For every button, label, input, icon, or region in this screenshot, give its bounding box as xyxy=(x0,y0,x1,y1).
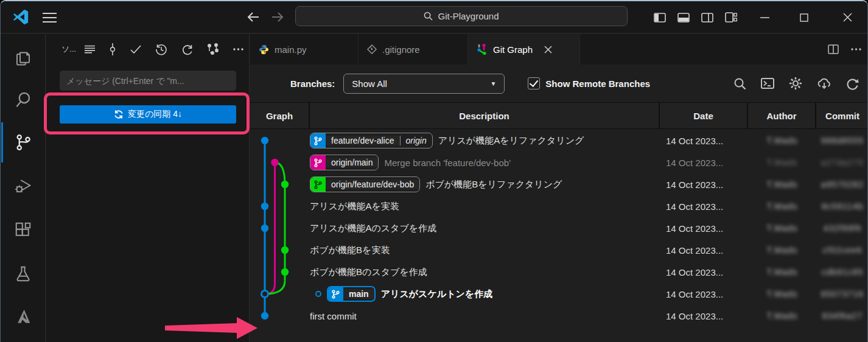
sidebar-header: ソ... xyxy=(46,34,249,65)
branches-dropdown-value: Show All xyxy=(352,79,387,89)
commit-node xyxy=(261,137,268,144)
column-header-description[interactable]: Description xyxy=(310,103,660,128)
terminal-icon[interactable] xyxy=(761,78,774,89)
commit-author-redacted: T.Mads xyxy=(748,289,816,299)
sidebar-item-explorer[interactable] xyxy=(1,40,45,74)
commit-hash-redacted: 432f99f6 xyxy=(816,223,868,233)
main-branch-commit-row[interactable]: mainアリスがスケルトンを作成14 Oct 2023...T.Mads8507… xyxy=(250,283,868,305)
check-icon[interactable] xyxy=(130,45,141,54)
commit-hash-redacted: cf02cee6 xyxy=(816,245,868,255)
customize-layout-icon xyxy=(725,12,737,23)
files-icon xyxy=(14,48,32,66)
refresh-icon[interactable] xyxy=(846,77,859,90)
sidebar-item-testing[interactable] xyxy=(1,257,45,291)
sidebar-item-search[interactable] xyxy=(1,83,45,117)
commit-date: 14 Oct 2023... xyxy=(660,201,748,212)
commit-node-icon[interactable] xyxy=(109,43,116,55)
commit-row[interactable]: アリスが機能Aのスタブを作成14 Oct 2023...T.Mads432f99… xyxy=(250,217,868,239)
commit-node xyxy=(281,181,289,188)
sidebar-item-azure[interactable] xyxy=(1,299,45,333)
column-header-graph[interactable]: Graph xyxy=(250,103,310,128)
commit-description-cell: アリスが機能Aを実装 xyxy=(310,201,660,212)
git-graph-icon[interactable] xyxy=(207,43,219,55)
commit-message: Merge branch 'feature/dev-bob' xyxy=(384,158,511,168)
commit-hash-redacted: a27da270 xyxy=(816,158,868,167)
commit-date: 14 Oct 2023... xyxy=(660,267,748,277)
branch-label-feature-dev-alice[interactable]: feature/dev-aliceorigin xyxy=(310,133,433,148)
tab-label: Git Graph xyxy=(493,44,533,55)
beaker-icon xyxy=(14,265,32,283)
search-icon[interactable] xyxy=(733,77,746,90)
branch-label-origin-main[interactable]: origin/main xyxy=(310,155,379,170)
debug-icon xyxy=(14,177,32,195)
commit-date: 14 Oct 2023... xyxy=(660,289,748,299)
head-commit-node xyxy=(262,291,268,298)
commit-hash-redacted: cdb91c85 xyxy=(816,267,868,277)
column-header-commit[interactable]: Commit xyxy=(816,103,868,128)
tab-gitignore[interactable]: .gitignore xyxy=(359,34,468,65)
git-graph-color-icon xyxy=(477,43,488,55)
branch-label-main[interactable]: main xyxy=(327,286,376,302)
commit-message: アリスがスケルトンを作成 xyxy=(381,288,493,300)
tab-main-py[interactable]: main.py xyxy=(250,34,359,65)
tab-label: .gitignore xyxy=(382,44,420,55)
search-icon xyxy=(14,91,32,109)
commit-description-cell: ボブが機能Bのスタブを作成 xyxy=(310,267,660,278)
branch-icon xyxy=(328,286,343,302)
go-forward-icon[interactable] xyxy=(271,11,284,23)
go-back-icon[interactable] xyxy=(247,11,260,23)
commit-date: 14 Oct 2023... xyxy=(660,158,748,168)
split-editor-icon[interactable] xyxy=(828,44,839,54)
command-center-search[interactable]: Git-Playground xyxy=(295,6,628,26)
settings-gear-icon[interactable] xyxy=(789,77,802,90)
sidebar-item-extensions[interactable] xyxy=(1,213,45,247)
sidebar-item-run-debug[interactable] xyxy=(1,169,45,203)
more-actions-icon[interactable] xyxy=(851,48,861,51)
tab-label: main.py xyxy=(275,44,307,55)
show-remote-branches-checkbox[interactable] xyxy=(528,77,540,89)
hamburger-icon[interactable] xyxy=(42,12,57,24)
toggle-secondary-sidebar-icon xyxy=(701,13,713,23)
commit-row[interactable]: feature/dev-aliceoriginアリスが機能Aをリファクタリング1… xyxy=(250,130,868,152)
search-icon xyxy=(424,12,433,21)
maximize-button[interactable] xyxy=(790,1,818,33)
refresh-icon[interactable] xyxy=(181,43,193,55)
commit-row[interactable]: ボブが機能Bのスタブを作成14 Oct 2023...T.Madscdb91c8… xyxy=(250,261,868,283)
commit-message: アリスが機能Aを実装 xyxy=(310,201,399,212)
commit-hash-redacted: a9570282 xyxy=(816,180,868,189)
close-window-button[interactable] xyxy=(833,1,861,33)
toggle-panel-icon xyxy=(677,13,690,23)
customize-layout-button[interactable] xyxy=(717,1,745,33)
commit-author-redacted: T.Mads xyxy=(748,267,816,277)
commit-row[interactable]: アリスが機能Aを実装14 Oct 2023...T.Mads8c59114b xyxy=(250,195,868,217)
commit-row[interactable]: first commit14 Oct 2023...T.Mads834f6a27 xyxy=(250,305,868,327)
commit-hash-redacted: 85073716 xyxy=(816,289,868,299)
commit-description-cell: first commit xyxy=(310,311,660,321)
more-actions-icon[interactable] xyxy=(233,48,243,51)
column-header-author[interactable]: Author xyxy=(748,103,816,128)
toggle-primary-sidebar-icon xyxy=(654,13,666,23)
column-header-date[interactable]: Date xyxy=(660,103,748,128)
sidebar-item-source-control[interactable] xyxy=(1,125,45,159)
list-icon[interactable] xyxy=(85,45,95,54)
commit-message-input[interactable] xyxy=(60,71,236,91)
search-text: Git-Playground xyxy=(438,11,499,21)
title-bar: Git-Playground xyxy=(1,1,867,33)
close-tab-icon[interactable] xyxy=(544,46,552,54)
branches-dropdown[interactable]: Show All ▼ xyxy=(343,74,505,94)
commit-row[interactable]: origin/feature/dev-bobボブが機能Bをリファクタリング14 … xyxy=(250,173,868,195)
commit-message: アリスが機能Aをリファクタリング xyxy=(438,135,584,147)
commit-row[interactable]: origin/mainMerge branch 'feature/dev-bob… xyxy=(250,152,868,173)
commit-row[interactable]: ボブが機能Bを実装14 Oct 2023...T.Madscf02cee6 xyxy=(250,239,868,261)
minimize-button[interactable] xyxy=(751,1,779,33)
tab-git-graph[interactable]: Git Graph xyxy=(468,34,580,65)
commit-graph-canvas xyxy=(250,130,310,330)
git-graph-toolbar xyxy=(733,77,859,90)
branch-label-origin-feature-dev-bob[interactable]: origin/feature/dev-bob xyxy=(310,176,420,192)
commit-date: 14 Oct 2023... xyxy=(660,180,748,190)
fetch-cloud-icon[interactable] xyxy=(817,77,831,89)
branch-name: feature/dev-alice xyxy=(326,136,400,145)
history-icon[interactable] xyxy=(155,43,167,55)
commit-hash-redacted: 8c59114b xyxy=(816,201,868,211)
commit-node xyxy=(271,159,278,166)
